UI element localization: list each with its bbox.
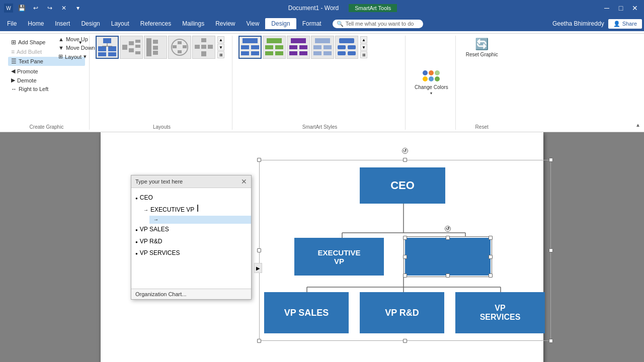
redo-qat-button[interactable]: ↪	[44, 3, 55, 14]
layout-thumb-3[interactable]	[144, 36, 167, 59]
svg-rect-40	[289, 51, 297, 55]
empty-node-handle-bm[interactable]	[446, 274, 450, 278]
handle-mr[interactable]	[549, 248, 553, 252]
text-pane-exec-vp: EXECUTIVE VP	[150, 205, 194, 215]
restore-button[interactable]: □	[616, 3, 626, 13]
demote-button[interactable]: ▶ Demote	[8, 76, 51, 84]
smartart-styles-label: SmartArt Styles	[238, 123, 401, 130]
menu-insert[interactable]: Insert	[50, 18, 75, 29]
reset-graphic-button[interactable]: 🔄 Reset Graphic	[462, 36, 502, 59]
document-title: Document1 - Word SmartArt Tools	[288, 5, 397, 12]
svg-rect-2	[108, 46, 116, 51]
handle-bm[interactable]	[403, 339, 407, 343]
tell-me-input[interactable]: 🔍 Tell me what you want to do	[333, 20, 423, 28]
handle-tm[interactable]	[403, 158, 407, 162]
style-thumb-4[interactable]	[311, 36, 334, 59]
undo-qat-button[interactable]: ↩	[30, 3, 41, 14]
empty-node-handle-br[interactable]	[489, 274, 493, 278]
handle-tl[interactable]	[257, 158, 261, 162]
menu-review[interactable]: Review	[210, 18, 240, 29]
smartart-container[interactable]: ↺	[259, 160, 551, 341]
promote-icon: ◀	[11, 68, 15, 74]
rotation-handle[interactable]: ↺	[402, 148, 408, 154]
move-up-button[interactable]: ▲ Move Up	[55, 35, 98, 43]
menu-format[interactable]: Format	[297, 18, 327, 29]
layout-dropdown-icon: ▾	[84, 53, 87, 60]
user-section: Geetha Bhimireddy 👤 Share	[552, 19, 642, 29]
layout-thumb-2[interactable]	[120, 36, 143, 59]
layout-thumb-5[interactable]	[192, 36, 215, 59]
promote-button[interactable]: ◀ Promote	[8, 67, 51, 75]
text-pane-item-vp-rd: ● VP R&D	[135, 236, 247, 247]
svg-rect-20	[178, 50, 182, 53]
empty-node-handle-tm[interactable]	[446, 236, 450, 240]
add-shape-icon: ⊞	[11, 39, 16, 46]
empty-node-handle-tl[interactable]	[403, 236, 407, 240]
exec-vp-node[interactable]: EXECUTIVEVP	[294, 238, 384, 276]
ceo-node[interactable]: CEO	[360, 167, 445, 204]
ribbon-collapse-button[interactable]: ▲	[634, 84, 642, 130]
vp-rd-node[interactable]: VP R&D	[360, 292, 444, 333]
svg-rect-43	[313, 45, 321, 49]
text-pane-item-empty[interactable]: →	[149, 216, 251, 224]
text-pane-vp-sales: VP SALES	[140, 225, 169, 234]
menu-references[interactable]: References	[135, 18, 176, 29]
save-qat-button[interactable]: 💾	[16, 3, 27, 14]
menu-file[interactable]: File	[2, 18, 22, 29]
bullet-icon: ●	[135, 196, 138, 202]
layout-thumb-1[interactable]	[96, 36, 119, 59]
text-pane-expand-button[interactable]: ▶	[254, 263, 262, 273]
style-thumb-5[interactable]	[335, 36, 358, 59]
share-button[interactable]: 👤 Share	[608, 19, 642, 29]
svg-rect-29	[251, 45, 259, 49]
menu-design[interactable]: Design	[76, 18, 105, 29]
svg-rect-11	[135, 45, 140, 48]
vp-sales-node[interactable]: VP SALES	[264, 292, 349, 333]
right-to-left-button[interactable]: ↔ Right to Left	[8, 85, 51, 93]
text-pane-footer-text: Organization Chart...	[135, 291, 187, 297]
minimize-button[interactable]: ─	[602, 3, 612, 13]
empty-node-handle-bl[interactable]	[403, 274, 407, 278]
svg-rect-36	[275, 51, 283, 55]
handle-br[interactable]	[549, 339, 553, 343]
handle-bl[interactable]	[257, 339, 261, 343]
text-pane-close-button[interactable]: ✕	[241, 177, 247, 186]
text-pane-label: Text Pane	[19, 58, 43, 64]
layout-scroll-expand[interactable]: ⊞	[217, 51, 224, 58]
menu-design-smartart[interactable]: Design	[265, 18, 296, 29]
layout-scroll-up[interactable]: ▲	[217, 36, 224, 43]
svg-rect-37	[291, 38, 306, 43]
move-down-button[interactable]: ▼ Move Down	[55, 44, 98, 52]
menu-layout[interactable]: Layout	[106, 18, 134, 29]
style-scroll-up[interactable]: ▲	[360, 36, 367, 43]
menu-view[interactable]: View	[242, 18, 265, 29]
customize-qat-button[interactable]: ▾	[72, 3, 84, 14]
empty-node[interactable]: ↺	[405, 238, 491, 276]
layout-button[interactable]: ⊞ Layout ▾	[55, 52, 98, 61]
text-pane-vp-rd: VP R&D	[140, 237, 162, 246]
style-thumb-1[interactable]	[238, 36, 262, 59]
layout-scroll-down[interactable]: ▼	[217, 44, 224, 51]
close-qat-button[interactable]: ✕	[58, 3, 69, 14]
style-scroll-expand[interactable]: ⊞	[360, 51, 367, 58]
empty-node-handle-ml[interactable]	[403, 255, 407, 259]
title-bar-controls: ─ □ ✕	[602, 3, 640, 13]
svg-rect-4	[108, 52, 116, 56]
change-colors-button[interactable]: Change Colors ▾	[412, 68, 451, 98]
empty-node-handle-tr[interactable]	[489, 236, 493, 240]
layout-thumb-4[interactable]	[168, 36, 191, 59]
vp-services-node[interactable]: VPSERVICES	[455, 292, 545, 333]
empty-node-rotation-handle[interactable]: ↺	[445, 226, 451, 232]
menu-home[interactable]: Home	[23, 18, 49, 29]
style-thumb-3[interactable]	[287, 36, 310, 59]
menu-mailings[interactable]: Mailings	[177, 18, 209, 29]
svg-rect-16	[153, 51, 158, 55]
handle-ml[interactable]	[257, 248, 261, 252]
close-button[interactable]: ✕	[630, 3, 640, 13]
text-pane-empty-input[interactable]	[160, 216, 247, 223]
empty-node-handle-mr[interactable]	[489, 255, 493, 259]
style-thumb-2[interactable]	[263, 36, 286, 59]
style-scroll-down[interactable]: ▼	[360, 44, 367, 51]
svg-rect-0	[103, 38, 111, 43]
handle-tr[interactable]	[549, 158, 553, 162]
